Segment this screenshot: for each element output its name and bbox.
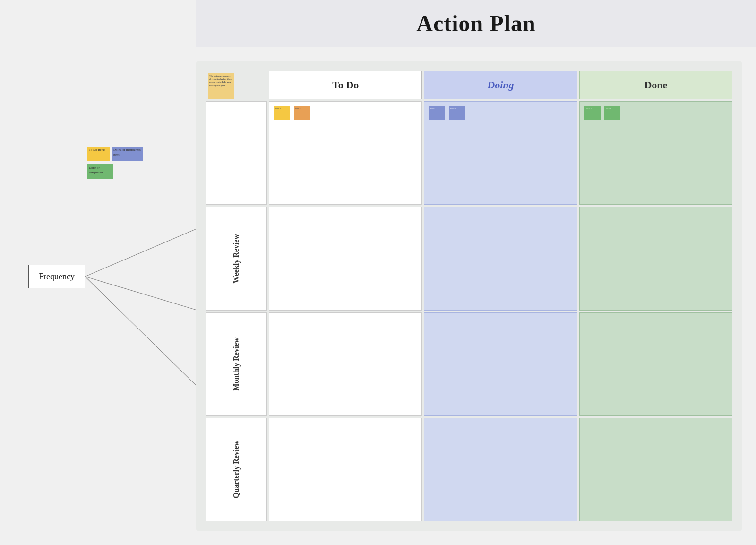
header-todo: To Do bbox=[269, 71, 422, 99]
cell-doing-weekly bbox=[424, 207, 577, 310]
cell-doing-quarterly bbox=[424, 418, 577, 521]
left-note-done: Done or completed bbox=[87, 164, 113, 179]
frequency-box: Frequency bbox=[28, 265, 85, 288]
row-label-0 bbox=[206, 101, 267, 205]
row-label-monthly-text: Monthly Review bbox=[232, 337, 241, 390]
todo-note-0-1: Task 2 bbox=[294, 106, 310, 120]
done-note-0-0: Task 3 bbox=[584, 106, 601, 120]
cell-todo-quarterly bbox=[269, 418, 422, 521]
corner-sticky-note: The outcome you are driving today for th… bbox=[208, 73, 234, 99]
page-title: Action Plan bbox=[416, 10, 535, 36]
title-bar: Action Plan bbox=[196, 0, 756, 47]
cell-todo-weekly bbox=[269, 207, 422, 310]
header-corner: The outcome you are driving today for th… bbox=[206, 71, 267, 99]
todo-note-0-0: Task 1 bbox=[274, 106, 290, 120]
left-note-todo: To Do Items bbox=[87, 147, 110, 161]
row-label-quarterly: Quarterly Review bbox=[206, 418, 267, 521]
svg-line-2 bbox=[85, 277, 203, 392]
cell-done-weekly bbox=[579, 207, 732, 310]
cell-doing-0: Task 1 Task 2 bbox=[424, 101, 577, 205]
cell-todo-0: Task 1 Task 2 bbox=[269, 101, 422, 205]
header-done: Done bbox=[579, 71, 732, 99]
done-note-0-1: Task 4 bbox=[604, 106, 620, 120]
board-grid: The outcome you are driving today for th… bbox=[206, 71, 732, 521]
row-label-monthly: Monthly Review bbox=[206, 312, 267, 416]
cell-doing-monthly bbox=[424, 312, 577, 416]
left-note-doing: Doing or in progress items bbox=[112, 147, 143, 161]
svg-line-1 bbox=[85, 277, 203, 312]
row-label-weekly-text: Weekly Review bbox=[232, 234, 241, 283]
row-label-weekly: Weekly Review bbox=[206, 207, 267, 310]
board-container: The outcome you are driving today for th… bbox=[196, 61, 742, 531]
header-doing: Doing bbox=[424, 71, 577, 99]
cell-done-quarterly bbox=[579, 418, 732, 521]
frequency-label: Frequency bbox=[39, 272, 75, 282]
doing-note-0-1: Task 2 bbox=[449, 106, 465, 120]
row-label-quarterly-text: Quarterly Review bbox=[232, 441, 241, 498]
svg-line-0 bbox=[85, 226, 203, 277]
cell-done-monthly bbox=[579, 312, 732, 416]
cell-done-0: Task 3 Task 4 bbox=[579, 101, 732, 205]
cell-todo-monthly bbox=[269, 312, 422, 416]
doing-note-0-0: Task 1 bbox=[429, 106, 445, 120]
